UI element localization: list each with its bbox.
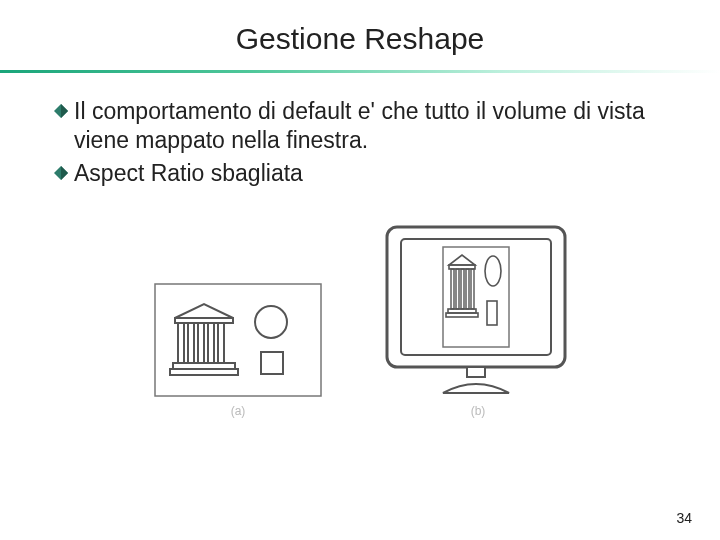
svg-rect-4 bbox=[155, 284, 321, 396]
bullet-text: Il comportamento di default e' che tutto… bbox=[74, 97, 672, 155]
diamond-bullet-icon bbox=[54, 104, 68, 118]
figure-b-label: (b) bbox=[471, 404, 486, 418]
figure-a-label: (a) bbox=[231, 404, 246, 418]
diamond-bullet-icon bbox=[54, 166, 68, 180]
svg-marker-1 bbox=[61, 104, 68, 118]
page-number: 34 bbox=[676, 510, 692, 526]
svg-rect-18 bbox=[467, 367, 485, 377]
figure-b: (b) bbox=[383, 223, 573, 418]
figure-a-illustration bbox=[153, 282, 323, 398]
bullet-item: Il comportamento di default e' che tutto… bbox=[54, 97, 672, 155]
title-divider bbox=[0, 70, 720, 73]
figure-b-illustration bbox=[383, 223, 573, 398]
figure-a: (a) bbox=[153, 282, 323, 418]
bullet-item: Aspect Ratio sbagliata bbox=[54, 159, 672, 188]
figures-row: (a) bbox=[54, 223, 672, 418]
slide-content: Il comportamento di default e' che tutto… bbox=[0, 97, 720, 418]
bullet-text: Aspect Ratio sbagliata bbox=[74, 159, 303, 188]
svg-marker-3 bbox=[61, 166, 68, 180]
slide-title: Gestione Reshape bbox=[0, 0, 720, 70]
